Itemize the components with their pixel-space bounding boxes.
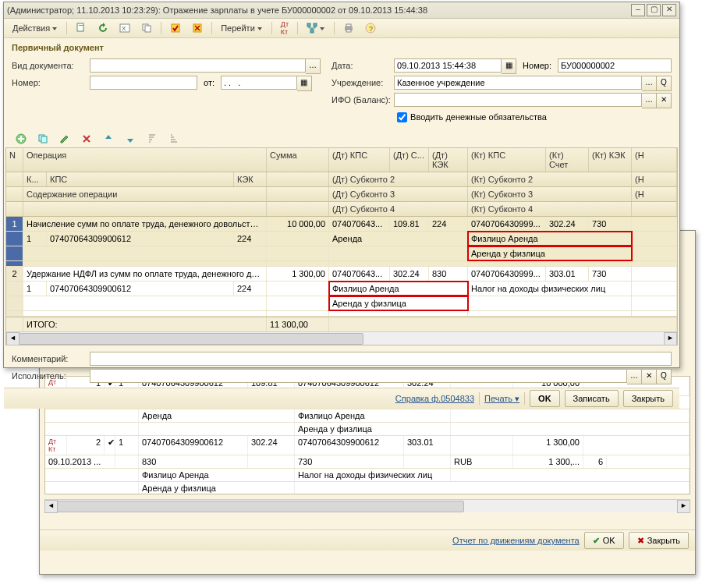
main-toolbar: Действия X Перейти ДтКт ? (4, 19, 679, 38)
svg-rect-0 (77, 23, 83, 31)
goto-menu[interactable]: Перейти (217, 20, 267, 36)
scroll-thumb[interactable] (19, 333, 363, 345)
titlebar[interactable]: (Администратор; 11.10.2013 10:23:29): От… (4, 2, 679, 19)
report-link[interactable]: Отчет по движениям документа (452, 536, 580, 545)
org-label: Учреждение: (332, 78, 394, 87)
refresh-icon[interactable] (94, 20, 112, 36)
delete-row-icon[interactable] (77, 131, 96, 147)
calendar-button[interactable]: ▦ (502, 58, 516, 74)
minimize-button[interactable]: – (631, 4, 645, 16)
actions-menu[interactable]: Действия (9, 20, 62, 36)
open-button[interactable]: Q (657, 369, 672, 384)
hscrollbar[interactable]: ◄ ► (44, 499, 690, 512)
total-sum: 11 300,00 (267, 317, 329, 331)
close-window-button[interactable]: ✕ (662, 4, 676, 16)
svg-rect-9 (314, 23, 317, 27)
open-button[interactable]: Q (657, 76, 672, 91)
comment-input[interactable] (90, 352, 672, 366)
lookup-button[interactable]: … (306, 58, 321, 74)
ledger-row[interactable]: ДтКт 2 ✔ 1 07407064309900612 302.24 0740… (45, 436, 690, 494)
doc-type-label: Вид документа: (12, 61, 90, 70)
from-input[interactable] (221, 76, 297, 90)
post-icon[interactable] (166, 20, 185, 36)
col-kt-schet[interactable]: (Кт) Счет (546, 148, 589, 172)
close-button[interactable]: Закрыть (623, 390, 673, 407)
highlighted-cell: Аренда у физлица (329, 296, 468, 310)
scroll-left-icon[interactable]: ◄ (44, 500, 58, 513)
obligations-checkbox[interactable] (397, 112, 407, 122)
total-label: ИТОГО: (23, 317, 267, 331)
move-down-icon[interactable] (121, 131, 140, 147)
new-icon[interactable] (72, 20, 90, 36)
main-window: (Администратор; 11.10.2013 10:23:29): От… (3, 2, 680, 368)
save-button[interactable]: Записать (565, 390, 619, 407)
doc-type-input[interactable] (90, 58, 306, 73)
edit-row-icon[interactable] (55, 131, 74, 147)
print-menu[interactable]: Печать ▾ (484, 394, 519, 404)
clear-button[interactable]: ✕ (657, 93, 672, 108)
dtkt-icon[interactable]: ДтКт (277, 20, 292, 36)
clear-button[interactable]: ✕ (642, 369, 657, 384)
maximize-button[interactable]: ▢ (647, 4, 661, 16)
ifo-input[interactable] (394, 93, 642, 107)
lookup-button[interactable]: … (627, 369, 642, 384)
move-up-icon[interactable] (99, 131, 118, 147)
date-label: Дата: (332, 61, 394, 70)
obligations-label: Вводить денежные обязательства (410, 112, 547, 122)
svg-rect-10 (310, 30, 314, 33)
svg-text:?: ? (369, 25, 373, 33)
executor-input[interactable] (90, 369, 627, 383)
sort-asc-icon[interactable] (143, 131, 161, 147)
svg-rect-13 (346, 30, 351, 32)
highlighted-cell: Аренда у физлица (468, 246, 632, 260)
table-row[interactable]: 1 Начисление сумм по оплате труда, денеж… (6, 217, 677, 267)
from-label: от: (197, 76, 221, 90)
col-hn[interactable]: (Н (632, 148, 677, 172)
tree-icon[interactable] (303, 20, 329, 36)
unpost-icon[interactable] (188, 20, 207, 36)
scroll-right-icon[interactable]: ► (664, 332, 677, 345)
highlighted-cell: Физлицо Аренда (329, 282, 468, 296)
calendar-button[interactable]: ▦ (297, 76, 312, 91)
num-input[interactable] (90, 76, 197, 90)
scroll-thumb[interactable] (57, 501, 464, 512)
lookup-button[interactable]: … (642, 76, 657, 91)
excel-icon[interactable]: X (115, 20, 134, 36)
front-button-bar: Справка ф.0504833 Печать ▾ OK Записать З… (4, 388, 679, 409)
svg-text:X: X (122, 25, 126, 32)
number-input[interactable] (558, 58, 672, 73)
col-n[interactable]: N (6, 148, 23, 172)
copy-row-icon[interactable] (34, 131, 52, 147)
help-icon[interactable]: ? (361, 20, 380, 36)
org-input[interactable] (394, 76, 642, 90)
lookup-button[interactable]: … (642, 93, 657, 108)
add-row-icon[interactable] (12, 131, 30, 147)
col-dt-s[interactable]: (Дт) С... (390, 148, 429, 172)
spravka-link[interactable]: Справка ф.0504833 (395, 394, 474, 403)
grid-hscrollbar[interactable]: ◄ ► (6, 331, 677, 345)
col-dt-kek[interactable]: (Дт) КЭК (429, 148, 468, 172)
col-op[interactable]: Операция (23, 148, 267, 172)
svg-rect-12 (346, 24, 351, 27)
col-kt-kps[interactable]: (Кт) КПС (468, 148, 546, 172)
num-label: Номер: (12, 78, 90, 87)
svg-rect-1 (79, 25, 83, 26)
col-sum[interactable]: Сумма (267, 148, 329, 172)
ok-button[interactable]: OK (530, 390, 560, 407)
check-icon: ✔ (105, 436, 115, 455)
table-row[interactable]: 2 Удержание НДФЛ из сумм по оплате труда… (6, 267, 677, 317)
close-button[interactable]: ✖Закрыть (629, 532, 689, 549)
section-title: Первичный документ (4, 38, 679, 55)
ok-button[interactable]: ✔OK (584, 532, 624, 549)
sort-desc-icon[interactable] (165, 131, 183, 147)
form-area: Вид документа: … Номер: от: ▦ Дата: ▦ (4, 55, 679, 130)
print-icon[interactable] (339, 20, 358, 36)
scroll-left-icon[interactable]: ◄ (6, 332, 20, 345)
col-kt-kek[interactable]: (Кт) КЭК (589, 148, 632, 172)
date-input[interactable] (394, 58, 502, 73)
copy-icon[interactable] (137, 20, 156, 36)
dtkt-icon: ДтКт (45, 436, 67, 455)
scroll-right-icon[interactable]: ► (677, 500, 690, 513)
col-dt-kps[interactable]: (Дт) КПС (329, 148, 390, 172)
executor-label: Исполнитель: (12, 371, 90, 381)
